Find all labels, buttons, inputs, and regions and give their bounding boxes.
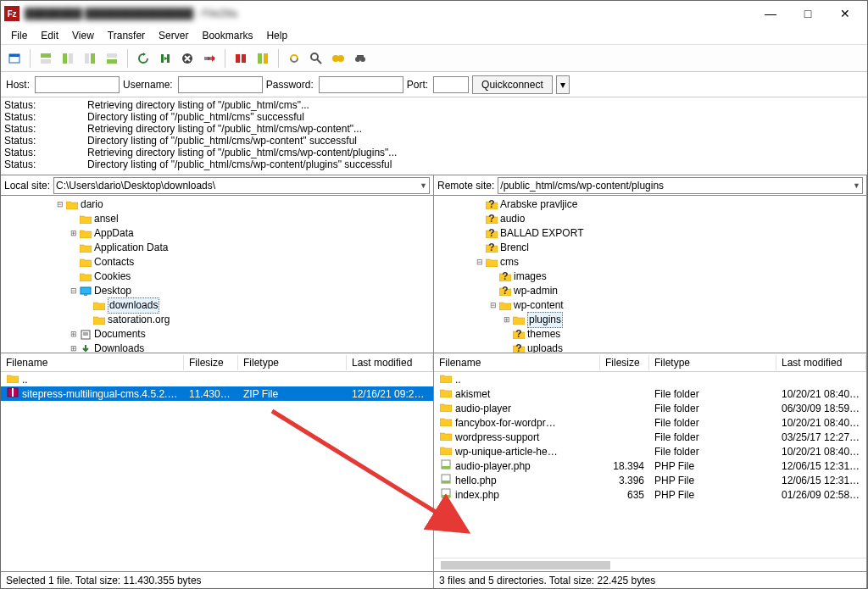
tree-node-label: Desktop <box>94 284 131 298</box>
cancel-button[interactable] <box>177 48 198 69</box>
tree-node[interactable]: downloads <box>1 298 433 313</box>
list-item[interactable]: akismetFile folder10/20/21 08:40:… <box>434 386 866 401</box>
col-filesize[interactable]: Filesize <box>600 355 649 370</box>
qfolder-icon: ? <box>485 242 498 254</box>
tree-node[interactable]: ⊞Downloads <box>1 342 433 353</box>
message-log[interactable]: Status:Retrieving directory listing of "… <box>1 97 867 175</box>
expand-icon[interactable]: ⊞ <box>502 313 512 327</box>
tree-node[interactable]: ⊟wp-content <box>434 298 866 313</box>
tree-node[interactable]: Application Data <box>1 241 433 255</box>
reconnect-button[interactable] <box>231 48 251 69</box>
tree-node[interactable]: ⊟Desktop <box>1 284 433 298</box>
maximize-button[interactable]: □ <box>789 2 826 25</box>
tree-node[interactable]: ⊞Documents <box>1 327 433 342</box>
list-item[interactable]: fancybox-for-wordpr…File folder10/20/21 … <box>434 415 866 430</box>
compare-button[interactable] <box>253 48 273 69</box>
tree-node[interactable]: ⊞plugins <box>434 313 866 327</box>
collapse-icon[interactable]: ⊟ <box>55 197 65 212</box>
remote-list-header[interactable]: Filename Filesize Filetype Last modified <box>434 353 866 372</box>
toggle-remote-tree-button[interactable] <box>80 48 100 69</box>
tree-node[interactable]: ?uploads <box>434 342 866 353</box>
remote-hscroll[interactable] <box>434 558 866 571</box>
menu-edit[interactable]: Edit <box>34 28 65 43</box>
collapse-icon[interactable]: ⊟ <box>475 255 485 269</box>
binoculars-button[interactable] <box>350 48 370 69</box>
site-manager-button[interactable] <box>4 48 25 69</box>
tree-node[interactable]: ?Brencl <box>434 241 866 255</box>
password-input[interactable] <box>319 76 403 93</box>
file-name: wp-unique-article-he… <box>455 446 558 458</box>
host-input[interactable] <box>35 76 120 93</box>
disconnect-button[interactable] <box>199 48 220 69</box>
local-file-list[interactable]: ..sitepress-multilingual-cms.4.5.2.zip11… <box>1 372 433 571</box>
collapse-icon[interactable]: ⊟ <box>488 298 498 313</box>
close-button[interactable]: ✕ <box>826 2 864 25</box>
list-item[interactable]: .. <box>1 372 433 386</box>
svg-rect-5 <box>69 53 73 64</box>
tree-node[interactable]: ?images <box>434 269 866 284</box>
local-tree[interactable]: ⊟darioansel⊞AppDataApplication DataConta… <box>1 196 433 353</box>
list-item[interactable]: audio-player.php18.394PHP File12/06/15 1… <box>434 458 866 473</box>
list-item[interactable]: hello.php3.396PHP File12/06/15 12:31:… <box>434 473 866 487</box>
file-type: PHP File <box>649 475 776 486</box>
menu-server[interactable]: Server <box>152 28 195 43</box>
list-item[interactable]: audio-playerFile folder06/30/09 18:59:… <box>434 401 866 415</box>
minimize-button[interactable]: — <box>752 2 789 25</box>
process-queue-button[interactable] <box>155 48 175 69</box>
col-filetype[interactable]: Filetype <box>238 355 347 370</box>
local-path-combo[interactable]: C:\Users\dario\Desktop\downloads\ ▼ <box>53 177 430 194</box>
sync-browse-button[interactable] <box>284 48 304 69</box>
remote-tree[interactable]: ?Arabske pravljice?audio?BALLAD EXPORT?B… <box>434 196 866 353</box>
scrollbar-thumb[interactable] <box>441 561 610 570</box>
tree-node[interactable]: ?wp-admin <box>434 284 866 298</box>
refresh-button[interactable] <box>133 48 153 69</box>
quickconnect-button[interactable]: Quickconnect <box>472 75 553 94</box>
filter-button[interactable] <box>328 48 348 69</box>
tree-node[interactable]: ⊟cms <box>434 255 866 269</box>
tree-node-label: wp-content <box>514 298 564 313</box>
menu-view[interactable]: View <box>65 28 101 43</box>
collapse-icon[interactable]: ⊟ <box>69 284 79 298</box>
tree-node[interactable]: ⊟dario <box>1 197 433 212</box>
menu-bookmarks[interactable]: Bookmarks <box>195 28 259 43</box>
tree-node[interactable]: ⊞AppData <box>1 226 433 241</box>
search-button[interactable] <box>306 48 326 69</box>
tree-node[interactable]: ?Arabske pravljice <box>434 197 866 212</box>
file-type: PHP File <box>649 489 776 501</box>
col-modified[interactable]: Last modified <box>776 355 866 370</box>
port-input[interactable] <box>433 76 469 93</box>
remote-file-list[interactable]: ..akismetFile folder10/20/21 08:40:…audi… <box>434 372 866 558</box>
toggle-queue-button[interactable] <box>102 48 122 69</box>
svg-rect-15 <box>264 53 268 64</box>
local-list-header[interactable]: Filename Filesize Filetype Last modified <box>1 353 433 372</box>
expand-icon[interactable]: ⊞ <box>69 327 79 342</box>
list-item[interactable]: sitepress-multilingual-cms.4.5.2.zip11.4… <box>1 386 433 401</box>
col-filename[interactable]: Filename <box>434 355 600 370</box>
username-input[interactable] <box>178 76 263 93</box>
list-item[interactable]: wordpress-supportFile folder03/25/17 12:… <box>434 430 866 444</box>
col-filename[interactable]: Filename <box>1 355 184 370</box>
tree-node[interactable]: Contacts <box>1 255 433 269</box>
expand-icon[interactable]: ⊞ <box>69 226 79 241</box>
tree-node[interactable]: ?audio <box>434 212 866 226</box>
tree-node[interactable]: ansel <box>1 212 433 226</box>
list-item[interactable]: .. <box>434 372 866 386</box>
col-modified[interactable]: Last modified <box>347 355 433 370</box>
menu-help[interactable]: Help <box>259 28 294 43</box>
quickconnect-dropdown[interactable]: ▾ <box>556 75 570 94</box>
col-filesize[interactable]: Filesize <box>184 355 238 370</box>
remote-panel: Remote site: /public_html/cms/wp-content… <box>434 175 867 588</box>
expand-icon[interactable]: ⊞ <box>69 342 79 353</box>
tree-node[interactable]: ?BALLAD EXPORT <box>434 226 866 241</box>
toggle-tree-button[interactable] <box>58 48 78 69</box>
tree-node[interactable]: ?themes <box>434 327 866 342</box>
tree-node[interactable]: Cookies <box>1 269 433 284</box>
remote-path-combo[interactable]: /public_html/cms/wp-content/plugins ▼ <box>498 177 863 194</box>
toggle-log-button[interactable] <box>36 48 56 69</box>
menu-transfer[interactable]: Transfer <box>101 28 152 43</box>
menu-file[interactable]: File <box>4 28 34 43</box>
list-item[interactable]: wp-unique-article-he…File folder10/20/21… <box>434 444 866 458</box>
tree-node[interactable]: satoration.org <box>1 313 433 327</box>
list-item[interactable]: index.php635PHP File01/26/09 02:58:… <box>434 487 866 502</box>
col-filetype[interactable]: Filetype <box>649 355 776 370</box>
